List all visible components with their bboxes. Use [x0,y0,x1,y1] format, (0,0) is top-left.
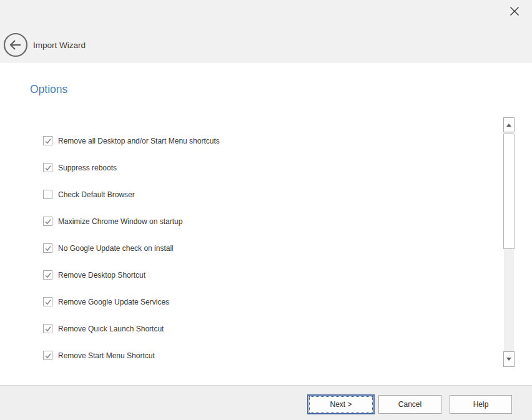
option-label[interactable]: Check Default Browser [58,190,135,199]
option-row: Remove Google Update Services [43,288,480,315]
wizard-header: Import Wizard [0,0,532,62]
checkmark-icon [44,137,52,145]
scrollbar [503,117,515,367]
option-row: Remove Quick Launch Shortcut [43,315,480,342]
scroll-up-button[interactable] [503,117,515,132]
option-label[interactable]: Maximize Chrome Window on startup [58,217,182,226]
option-row: Check Default Browser [43,181,480,208]
help-button[interactable]: Help [450,395,512,414]
checkmark-icon [44,218,52,225]
wizard-content: Options Remove all Desktop and/or Start … [0,63,532,384]
option-label[interactable]: Remove all Desktop and/or Start Menu sho… [58,137,220,145]
checkbox-checked[interactable] [43,324,52,333]
close-button[interactable] [508,5,521,19]
option-label[interactable]: Remove Desktop Shortcut [58,271,145,280]
option-row: Suppress reboots [43,154,480,181]
option-label[interactable]: Remove Google Update Services [58,298,169,306]
wizard-footer: Next > Cancel Help [0,385,532,420]
checkmark-icon [44,325,52,333]
option-label[interactable]: Remove Quick Launch Shortcut [58,325,164,333]
option-label[interactable]: Remove Start Menu Shortcut [58,351,155,360]
next-button-label: Next > [330,400,352,409]
back-button[interactable] [3,32,28,57]
checkmark-icon [44,271,52,279]
cancel-button-label: Cancel [398,400,421,409]
next-button[interactable]: Next > [307,394,375,414]
import-wizard-dialog: Import Wizard Options Remove all Desktop… [0,0,532,420]
checkbox-checked[interactable] [43,136,52,145]
checkbox-checked[interactable] [43,243,52,253]
options-list: Remove all Desktop and/or Start Menu sho… [43,127,480,369]
checkmark-icon [44,298,52,306]
checkbox-checked[interactable] [43,351,52,360]
checkmark-icon [44,245,52,252]
wizard-title: Import Wizard [33,41,86,50]
page-title: Options [30,83,67,96]
help-button-label: Help [473,400,489,409]
checkbox-checked[interactable] [43,217,52,226]
checkbox-checked[interactable] [43,163,52,172]
scrollbar-thumb[interactable] [503,134,515,249]
checkmark-icon [44,164,52,172]
arrow-left-circle-icon [3,50,28,59]
triangle-down-icon [506,358,511,361]
option-row: Remove Start Menu Shortcut [43,342,480,369]
checkmark-icon [44,352,52,359]
cancel-button[interactable]: Cancel [378,395,441,414]
checkbox-checked[interactable] [43,297,52,306]
triangle-up-icon [506,124,511,127]
checkbox-checked[interactable] [43,270,52,280]
option-label[interactable]: No Google Update check on install [58,244,174,253]
option-row: Remove Desktop Shortcut [43,261,480,288]
option-row: No Google Update check on install [43,235,480,261]
close-icon [510,6,520,18]
option-row: Remove all Desktop and/or Start Menu sho… [43,127,480,154]
checkbox-unchecked[interactable] [43,190,52,199]
scroll-down-button[interactable] [503,351,515,367]
option-label[interactable]: Suppress reboots [58,164,117,172]
option-row: Maximize Chrome Window on startup [43,208,480,235]
